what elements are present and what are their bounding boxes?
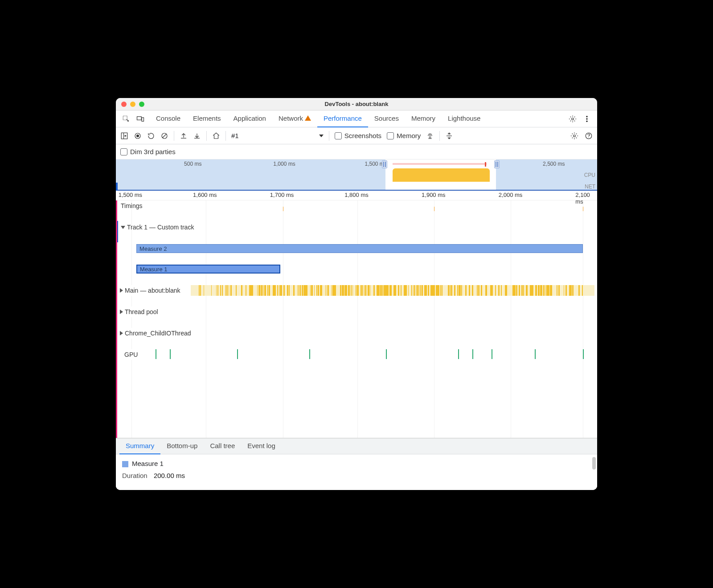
devtools-window: DevTools - about:blank Console Elements … [116,98,597,490]
garbage-collect-icon[interactable] [426,132,434,140]
recording-caret-icon[interactable] [319,135,324,137]
warning-icon [305,115,311,121]
svg-point-6 [586,121,587,122]
performance-toolbar: #1 Screenshots Memory [116,127,597,144]
download-trace-icon[interactable] [193,132,201,140]
overview-strip[interactable]: 500 ms 1,000 ms 1,500 ms 2,000 ms 2,500 … [116,159,597,191]
memory-checkbox[interactable]: Memory [387,132,421,139]
svg-point-11 [136,135,139,137]
tab-lighthouse[interactable]: Lighthouse [442,110,487,127]
track-selection-marker [116,221,118,242]
measure-bar[interactable]: Measure 2 [136,244,583,253]
overview-marker [116,183,118,191]
drawer-tab-summary[interactable]: Summary [119,438,160,454]
summary-duration: Duration 200.00 ms [122,472,591,479]
recording-name: #1 [231,132,239,139]
tab-elements[interactable]: Elements [187,110,227,127]
titlebar: DevTools - about:blank [116,98,597,110]
device-toolbar-icon[interactable] [136,115,144,123]
tab-network-label: Network [279,114,303,122]
screenshots-checkbox[interactable]: Screenshots [335,132,381,139]
track-child-io[interactable]: Chrome_ChildIOThread [117,328,194,339]
overview-cpu-block [393,168,490,182]
main-tabbar: Console Elements Application Network Per… [116,110,597,127]
overview-tick: 500 ms [184,161,201,167]
drawer-summary-body: Measure 1 Duration 200.00 ms [116,454,597,490]
tab-sources[interactable]: Sources [368,110,405,127]
reload-record-icon[interactable] [147,132,155,140]
dim-3rd-parties-checkbox[interactable]: Dim 3rd parties [120,148,176,155]
overview-side-labels: CPU NET [584,169,595,192]
panel-tabs: Console Elements Application Network Per… [150,110,487,127]
summary-item-name: Measure 1 [122,460,591,467]
help-icon[interactable] [585,132,593,140]
timeline-ruler[interactable]: 1,500 ms 1,600 ms 1,700 ms 1,800 ms 1,90… [116,191,597,200]
color-swatch [122,461,128,467]
chevron-right-icon [120,288,123,293]
svg-point-5 [586,118,587,119]
tab-application[interactable]: Application [227,110,272,127]
toggle-panel-icon[interactable] [120,132,128,140]
svg-rect-1 [137,116,142,120]
drawer-tab-call-tree[interactable]: Call tree [204,438,241,454]
flamechart[interactable]: Timings Track 1 — Custom track Measure 2 [116,200,597,438]
svg-point-3 [572,118,574,120]
record-icon[interactable] [134,132,142,140]
tab-memory[interactable]: Memory [405,110,442,127]
drawer-tabs: Summary Bottom-up Call tree Event log [116,438,597,454]
home-icon[interactable] [212,132,220,140]
overview-tick: 1,000 ms [273,161,295,167]
overview-handle-right[interactable] [494,160,500,168]
drawer-tab-event-log[interactable]: Event log [241,438,282,454]
svg-point-4 [586,116,587,117]
filter-row: Dim 3rd parties [116,144,597,159]
tab-performance[interactable]: Performance [317,110,368,127]
svg-line-13 [163,134,167,138]
measure-bar-selected[interactable]: Measure 1 [136,265,280,274]
details-drawer: Summary Bottom-up Call tree Event log Me… [116,438,597,490]
svg-rect-2 [142,118,144,121]
overview-long-task-end [485,162,486,167]
shortcut-icon[interactable] [445,132,453,140]
tab-console[interactable]: Console [150,110,187,127]
chevron-right-icon [120,310,123,314]
chevron-right-icon [120,331,123,335]
recording-select[interactable]: #1 [231,132,242,139]
more-menu-icon[interactable] [583,115,591,123]
track-custom-header[interactable]: Track 1 — Custom track [117,224,194,231]
inspect-icon[interactable] [122,115,130,123]
track-main[interactable]: Main — about:blank [117,285,183,296]
svg-point-14 [574,135,576,137]
upload-trace-icon[interactable] [180,132,188,140]
chevron-down-icon [121,226,125,229]
clear-icon[interactable] [160,132,168,140]
track-timings[interactable]: Timings [117,202,143,209]
overview-handle-left[interactable] [382,160,387,168]
svg-point-16 [588,137,589,138]
tab-network[interactable]: Network [272,110,317,127]
drawer-scrollbar[interactable] [592,457,596,470]
settings-gear-icon[interactable] [569,115,577,123]
track-gpu[interactable]: GPU [117,349,140,360]
track-thread-pool[interactable]: Thread pool [117,306,161,317]
overview-long-task-bar [393,163,487,165]
capture-settings-icon[interactable] [570,132,578,140]
window-title: DevTools - about:blank [116,101,597,107]
drawer-tab-bottom-up[interactable]: Bottom-up [160,438,204,454]
overview-tick: 2,500 ms [543,161,565,167]
svg-marker-9 [125,135,127,137]
